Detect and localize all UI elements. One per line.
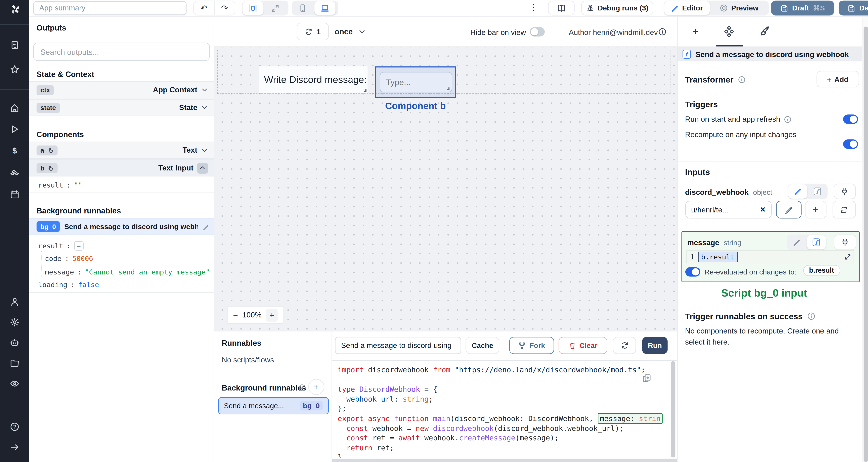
page-scrollbar[interactable] xyxy=(862,16,868,462)
robot-icon[interactable] xyxy=(10,338,20,348)
refresh-script-button[interactable] xyxy=(613,337,636,354)
text-input-component[interactable] xyxy=(380,72,452,92)
static-mode-button[interactable] xyxy=(788,184,807,199)
tab-insert-plus-icon[interactable]: + xyxy=(690,27,701,37)
code-horizontal-scrollbar[interactable] xyxy=(332,459,677,462)
runs-play-icon[interactable] xyxy=(10,125,20,134)
run-on-start-toggle[interactable] xyxy=(843,114,858,124)
code-vertical-scrollbar[interactable] xyxy=(671,361,675,458)
hide-bar-toggle[interactable] xyxy=(529,27,544,37)
kebab-menu[interactable]: ⋮ xyxy=(529,2,537,12)
workspace-icon[interactable] xyxy=(10,40,20,50)
loading-key: loading xyxy=(38,280,67,289)
app-summary-input[interactable] xyxy=(33,1,186,15)
recompute-toggle[interactable] xyxy=(843,139,858,149)
deploy-button[interactable]: Deploy xyxy=(839,1,868,15)
info-icon[interactable] xyxy=(784,115,792,123)
mobile-view-button[interactable] xyxy=(292,1,313,15)
msg-connect-plug-button[interactable] xyxy=(833,234,856,250)
bg0-name: Send a message to discord using webhook xyxy=(64,223,198,231)
component-row-a[interactable]: a Text xyxy=(29,141,213,159)
copy-icon[interactable] xyxy=(642,373,652,383)
tab-settings-diamonds-icon[interactable] xyxy=(723,26,735,38)
user-icon[interactable] xyxy=(10,297,20,306)
expand-icon[interactable] xyxy=(844,253,851,260)
interval-dropdown[interactable]: once xyxy=(335,27,366,36)
eye-icon[interactable] xyxy=(10,379,20,388)
variables-dollar-icon[interactable]: $ xyxy=(10,146,20,156)
bg0-loading-row: loading : false xyxy=(38,280,99,289)
component-row-b[interactable]: b Text Input xyxy=(29,159,213,176)
dw-new-resource-button[interactable]: + xyxy=(805,201,826,219)
info-icon[interactable] xyxy=(298,384,306,392)
scrollbar-thumb[interactable] xyxy=(863,27,868,462)
tab-editor[interactable]: Editor xyxy=(664,1,710,15)
resources-blocks-icon[interactable] xyxy=(10,168,20,178)
search-outputs-input[interactable] xyxy=(33,42,210,61)
chevron-down-icon[interactable] xyxy=(201,86,208,94)
centered-layout-button[interactable] xyxy=(243,1,264,15)
msg-expr-editor[interactable]: 1 b.result xyxy=(686,250,854,263)
app-canvas[interactable]: Write Discord message: Component b − 100… xyxy=(214,47,677,331)
info-icon[interactable] xyxy=(738,75,746,83)
info-icon[interactable] xyxy=(807,312,815,320)
runnable-name-input[interactable] xyxy=(335,337,461,354)
gear-icon[interactable] xyxy=(10,318,20,327)
preview-label: Preview xyxy=(731,4,758,12)
desktop-view-button[interactable] xyxy=(314,1,336,15)
favorites-star-icon[interactable] xyxy=(10,65,20,74)
eval-mode-button[interactable]: f xyxy=(807,235,826,250)
reeval-target-pill[interactable]: b.result xyxy=(803,265,840,276)
dw-edit-resource-button[interactable] xyxy=(776,201,801,219)
bg0-result-row: result : − xyxy=(38,241,83,251)
refresh-count-box[interactable]: 1 xyxy=(297,23,329,40)
add-transformer-button[interactable]: +Add xyxy=(816,71,859,88)
tab-style-brush-icon[interactable] xyxy=(758,26,770,37)
pencil-icon[interactable] xyxy=(202,223,209,230)
help-icon[interactable]: ? xyxy=(10,422,20,431)
zoom-in-button[interactable]: + xyxy=(266,308,278,322)
info-icon[interactable] xyxy=(658,28,666,36)
docs-book-button[interactable] xyxy=(548,1,575,15)
output-row-ctx[interactable]: ctx App Context xyxy=(29,81,213,98)
selected-component-caption: Component b xyxy=(375,101,456,112)
reeval-toggle[interactable] xyxy=(685,267,700,277)
trash-icon xyxy=(568,341,576,349)
draft-button[interactable]: Draft ⌘S xyxy=(771,1,834,15)
collapse-node-button[interactable]: − xyxy=(74,241,83,251)
zoom-out-button[interactable]: − xyxy=(233,310,238,320)
selected-component-b[interactable] xyxy=(375,66,456,98)
resize-handle[interactable] xyxy=(364,89,367,92)
runnable-item-bg0[interactable]: Send a message... bg_0 xyxy=(218,397,329,414)
eval-mode-button[interactable]: f xyxy=(808,184,827,199)
schedules-calendar-icon[interactable] xyxy=(10,190,20,199)
windmill-logo[interactable] xyxy=(8,3,22,16)
add-background-runnable-button[interactable]: + xyxy=(308,379,324,395)
home-icon[interactable] xyxy=(10,103,20,113)
clear-resource-x[interactable]: × xyxy=(760,205,765,214)
collapse-arrow-icon[interactable] xyxy=(10,442,20,452)
cache-button[interactable]: Cache xyxy=(466,337,499,354)
chevron-down-icon[interactable] xyxy=(201,146,208,154)
resize-handle[interactable] xyxy=(447,87,450,90)
debug-runs-button[interactable]: Debug runs (3) xyxy=(581,1,653,15)
dw-connect-plug-button[interactable] xyxy=(833,184,856,199)
run-button[interactable]: Run xyxy=(642,337,668,354)
collapse-chevron-button[interactable] xyxy=(197,162,208,173)
undo-button[interactable]: ↶ xyxy=(194,1,214,15)
dw-refresh-button[interactable] xyxy=(832,201,856,219)
dw-resource-input[interactable]: u/henri/te... × xyxy=(685,201,771,219)
fork-button[interactable]: Fork xyxy=(509,337,554,354)
clear-button[interactable]: Clear xyxy=(559,337,607,354)
static-mode-button[interactable] xyxy=(787,235,806,250)
output-row-state[interactable]: state State xyxy=(29,99,213,116)
bg0-row[interactable]: bg_0 Send a message to discord using web… xyxy=(29,218,213,235)
tab-preview[interactable]: Preview xyxy=(711,1,767,15)
text-component-a[interactable]: Write Discord message: xyxy=(259,66,368,93)
chevron-down-icon[interactable] xyxy=(201,104,208,111)
fullscreen-layout-button[interactable] xyxy=(265,1,286,15)
code-lines[interactable]: import discordwebhook from "https://deno… xyxy=(338,365,669,458)
folder-icon[interactable] xyxy=(10,358,20,368)
redo-button[interactable]: ↷ xyxy=(215,1,235,15)
refresh-icon xyxy=(304,27,313,36)
